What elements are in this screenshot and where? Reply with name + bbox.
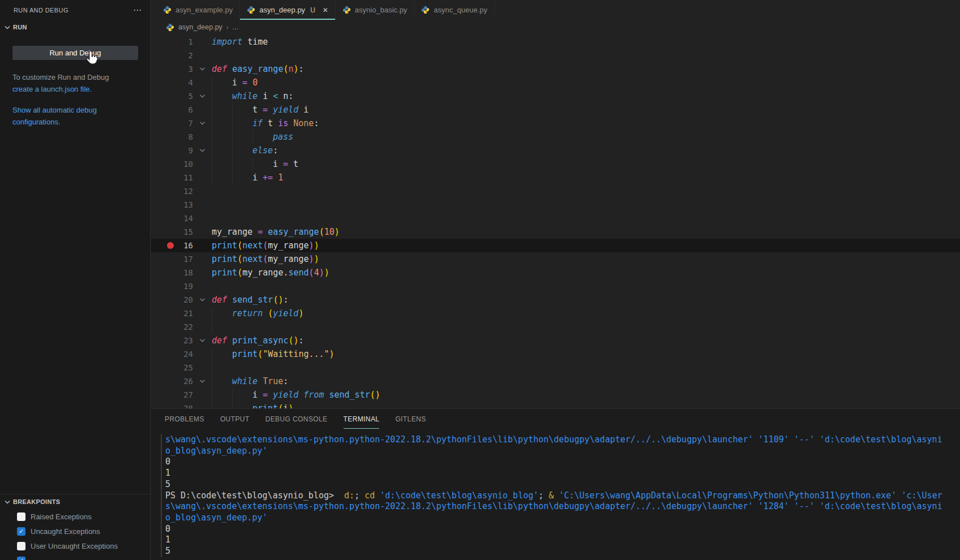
code-line-15[interactable]: 15my_range = easy_range(10) (151, 225, 960, 239)
code-line-4[interactable]: 4i = 0 (151, 76, 960, 89)
fold-gutter[interactable] (193, 307, 212, 320)
breakpoint-gutter[interactable] (151, 279, 174, 293)
code-line-13[interactable]: 13 (151, 198, 960, 212)
code-line-19[interactable]: 19 (151, 279, 960, 293)
fold-gutter[interactable] (193, 279, 212, 293)
fold-gutter[interactable] (193, 388, 212, 402)
code-line-21[interactable]: 21return (yield) (151, 307, 960, 320)
fold-chevron-icon[interactable] (199, 148, 205, 153)
fold-gutter[interactable] (193, 171, 212, 184)
breadcrumb[interactable]: asyn_deep.py › ... (151, 20, 960, 35)
breakpoints-header[interactable]: BREAKPOINTS (0, 494, 150, 509)
breakpoint-gutter[interactable] (151, 252, 174, 266)
fold-gutter[interactable] (193, 184, 212, 198)
panel-tab-debug-console[interactable]: DEBUG CONSOLE (265, 409, 328, 429)
code-line-8[interactable]: 8pass (151, 130, 960, 144)
code-line-26[interactable]: 26while True: (151, 374, 960, 388)
fold-gutter[interactable] (193, 374, 212, 388)
close-icon[interactable]: ✕ (323, 6, 328, 14)
checkbox[interactable] (17, 542, 25, 550)
launch-json-link[interactable]: create a launch.json file. (12, 85, 92, 93)
fold-gutter[interactable] (193, 334, 212, 347)
run-and-debug-button[interactable]: Run and Debug (12, 46, 138, 60)
breakpoint-gutter[interactable] (151, 320, 174, 334)
breakpoint-item[interactable]: ✓ (0, 553, 150, 560)
code-line-10[interactable]: 10i = t (151, 157, 960, 171)
fold-chevron-icon[interactable] (199, 338, 205, 343)
breakpoint-gutter[interactable] (151, 184, 174, 198)
breakpoint-gutter[interactable] (151, 103, 174, 117)
code-line-27[interactable]: 27i = yield from send_str() (151, 388, 960, 402)
fold-gutter[interactable] (193, 320, 212, 334)
breakpoint-gutter[interactable] (151, 157, 174, 171)
fold-gutter[interactable] (193, 103, 212, 117)
breakpoint-gutter[interactable] (151, 76, 174, 89)
breakpoint-gutter[interactable] (151, 347, 174, 361)
breakpoint-item[interactable]: User Uncaught Exceptions (0, 539, 150, 553)
code-line-9[interactable]: 9else: (151, 144, 960, 157)
code-line-24[interactable]: 24print("Waitting...") (151, 347, 960, 361)
code-line-11[interactable]: 11i += 1 (151, 171, 960, 184)
checkbox[interactable]: ✓ (17, 557, 25, 560)
code-line-6[interactable]: 6t = yield i (151, 103, 960, 117)
fold-gutter[interactable] (193, 198, 212, 212)
breakpoint-gutter[interactable] (151, 239, 174, 252)
fold-gutter[interactable] (193, 89, 212, 103)
run-section-header[interactable]: RUN (0, 20, 150, 35)
breakpoint-gutter[interactable] (151, 49, 174, 62)
fold-chevron-icon[interactable] (199, 94, 205, 98)
fold-chevron-icon[interactable] (199, 67, 205, 71)
editor-tab-async_queue.py[interactable]: async_queue.py (414, 0, 495, 20)
editor-tab-asyn_example.py[interactable]: asyn_example.py (156, 0, 240, 20)
fold-gutter[interactable] (193, 35, 212, 49)
breadcrumb-file[interactable]: asyn_deep.py (178, 23, 222, 31)
code-line-5[interactable]: 5while i < n: (151, 89, 960, 103)
breakpoint-gutter[interactable] (151, 130, 174, 144)
fold-gutter[interactable] (193, 361, 212, 374)
fold-gutter[interactable] (193, 117, 212, 130)
panel-tab-gitlens[interactable]: GITLENS (395, 409, 426, 429)
breakpoint-item[interactable]: Raised Exceptions (0, 509, 150, 524)
breakpoint-gutter[interactable] (151, 361, 174, 374)
code-line-17[interactable]: 17print(next(my_range)) (151, 252, 960, 266)
breakpoint-gutter[interactable] (151, 144, 174, 157)
code-line-14[interactable]: 14 (151, 212, 960, 225)
code-line-3[interactable]: 3def easy_range(n): (151, 62, 960, 76)
code-line-23[interactable]: 23def print_async(): (151, 334, 960, 347)
fold-gutter[interactable] (193, 62, 212, 76)
fold-gutter[interactable] (193, 347, 212, 361)
checkbox[interactable] (17, 512, 25, 521)
terminal-output[interactable]: s\wang\.vscode\extensions\ms-python.pyth… (165, 434, 955, 560)
breakpoint-gutter[interactable] (151, 225, 174, 239)
code-line-22[interactable]: 22 (151, 320, 960, 334)
panel-tab-output[interactable]: OUTPUT (220, 409, 250, 429)
code-line-1[interactable]: 1import time (151, 35, 960, 49)
breakpoint-gutter[interactable] (151, 171, 174, 184)
fold-gutter[interactable] (193, 76, 212, 89)
fold-gutter[interactable] (193, 225, 212, 239)
code-line-20[interactable]: 20def send_str(): (151, 293, 960, 307)
fold-gutter[interactable] (193, 402, 212, 408)
code-line-16[interactable]: 16print(next(my_range)) (151, 239, 960, 252)
breakpoint-icon[interactable] (167, 242, 174, 249)
editor-tab-asynio_basic.py[interactable]: asynio_basic.py (336, 0, 415, 20)
code-line-25[interactable]: 25 (151, 361, 960, 374)
breakpoint-gutter[interactable] (151, 334, 174, 347)
fold-gutter[interactable] (193, 144, 212, 157)
breadcrumb-more[interactable]: ... (233, 23, 238, 31)
breakpoint-gutter[interactable] (151, 198, 174, 212)
code-line-7[interactable]: 7if t is None: (151, 117, 960, 130)
fold-gutter[interactable] (193, 130, 212, 144)
breakpoint-gutter[interactable] (151, 402, 174, 408)
fold-chevron-icon[interactable] (199, 379, 205, 384)
fold-gutter[interactable] (193, 212, 212, 225)
show-all-configs-link[interactable]: Show all automatic debugconfigurations. (12, 106, 97, 126)
panel-tab-terminal[interactable]: TERMINAL (344, 409, 380, 429)
fold-chevron-icon[interactable] (199, 121, 205, 126)
fold-gutter[interactable] (193, 49, 212, 62)
breakpoint-gutter[interactable] (151, 89, 174, 103)
code-line-12[interactable]: 12 (151, 184, 960, 198)
fold-gutter[interactable] (193, 157, 212, 171)
breakpoint-gutter[interactable] (151, 212, 174, 225)
panel-tab-problems[interactable]: PROBLEMS (165, 409, 204, 429)
